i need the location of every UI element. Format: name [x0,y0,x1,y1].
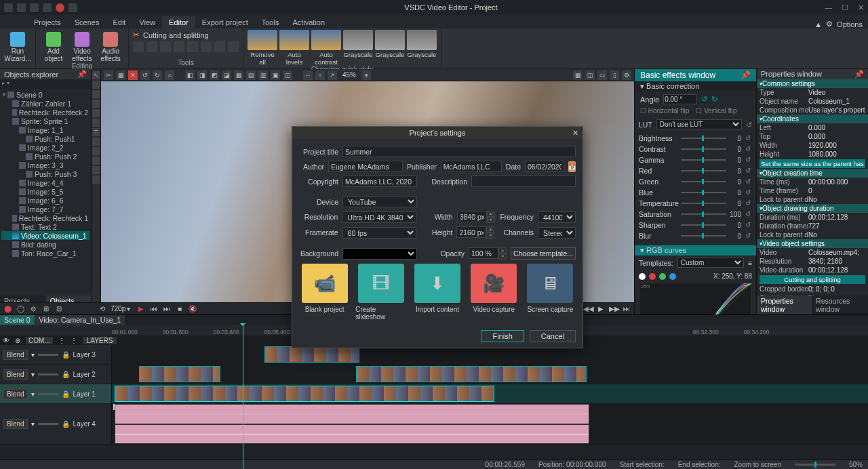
tree-item[interactable]: Image: 1_1 [1,125,90,134]
tool-icon[interactable]: ▾ [361,70,371,80]
options-label[interactable]: Options [837,20,863,28]
choose-template-button[interactable]: Choose template... [511,247,576,260]
frequency-select[interactable]: 44100 Hz [538,211,576,223]
curve-channel-blue[interactable] [669,273,676,280]
tab-properties[interactable]: Properties window [757,295,812,314]
pin-icon[interactable]: 📌 [77,70,87,79]
menu-tab-projects[interactable]: Projects [27,16,68,28]
rgb-curves-header[interactable]: ▾ RGB curves [635,245,756,256]
copyright-input[interactable] [342,176,417,187]
tool-icon[interactable] [187,41,198,52]
track-icon[interactable]: ⋮ [71,337,77,344]
template-create-slideshow[interactable]: 🎞Create slideshow [355,264,406,321]
tree-item[interactable]: Image: 2_2 [1,143,90,152]
channels-select[interactable]: Stereo [538,227,576,239]
menu-tab-editor[interactable]: Editor [162,16,195,28]
quickstyle-grayscale[interactable]: Grayscale [343,30,373,66]
run-wizard-button[interactable]: Run Wizard... [4,30,31,62]
tool-icon[interactable]: ◫ [585,70,595,80]
tool-icon[interactable] [146,41,157,52]
menu-tab-activation[interactable]: Activation [285,16,332,28]
fx-slider-saturation[interactable]: Saturation100↺ [639,210,752,218]
fx-slider-sharpen[interactable]: Sharpen0↺ [639,221,752,229]
menu-tab-tools[interactable]: Tools [255,16,286,28]
fx-slider-blur[interactable]: Blur0↺ [639,232,752,240]
fx-slider-gamma[interactable]: Gamma0↺ [639,156,752,164]
tool-icon[interactable]: ↗ [328,70,337,80]
tool-icon[interactable] [133,41,144,52]
prop-section-header[interactable]: Video object settings [757,239,868,248]
timeline-clip-tab[interactable]: Video: Camera_In_Use_1 [35,315,125,325]
tool-icon[interactable]: ▥ [258,70,268,80]
rotate-ccw-icon[interactable]: ↺ [701,95,707,104]
fx-slider-contrast[interactable]: Contrast0↺ [639,145,752,153]
template-import-content[interactable]: ⬇Import content [412,264,462,321]
templates-select[interactable]: Custom [677,258,744,268]
minimize-icon[interactable]: — [825,3,832,12]
rec-icon[interactable]: ⬤ [3,304,12,314]
icon[interactable]: ⊟ [54,304,64,314]
tool-icon[interactable]: ⎌ [165,70,174,80]
tree-item[interactable]: Zähler: Zahler 1 [1,99,90,108]
angle-input[interactable] [663,94,697,104]
pin-icon[interactable]: 📌 [741,70,751,80]
play-icon[interactable]: ▶ [596,304,606,314]
preview-resolution[interactable]: 720p [111,304,120,314]
frame-fwd-icon[interactable]: ⏭ [162,304,172,314]
tool-icon[interactable]: ▭ [597,70,607,80]
qat-open-icon[interactable] [30,3,39,12]
expand-icon[interactable]: ▸ [2,80,5,88]
tool-icon[interactable]: ▦ [116,70,125,80]
tree-item[interactable]: Push: Push 2 [1,152,90,161]
tree-item[interactable]: Push: Push 3 [1,169,90,178]
quickstyle-auto-contrast[interactable]: Auto contrast [311,30,341,66]
tool-icon[interactable]: ▦ [573,70,583,80]
tool-icon[interactable] [92,100,100,108]
width-input[interactable] [457,211,487,222]
tool-icon[interactable] [92,81,100,89]
icon[interactable]: ◯ [16,304,25,314]
tree-item[interactable]: Push: Push1 [1,134,90,143]
prev-icon[interactable]: ◀◀ [583,304,593,314]
prop-row[interactable]: Duration (frames)727 [757,222,868,230]
tree-item[interactable]: Image: 3_3 [1,161,90,169]
tree-item[interactable]: Rechteck: Rechteck 2 [1,108,90,117]
prop-row[interactable]: Height1080.000 [757,150,868,159]
prop-row[interactable]: Left0.000 [757,123,868,132]
zoom-value[interactable]: 45% [340,70,359,80]
loop-icon[interactable]: ⟲ [98,304,107,314]
lut-select[interactable]: Don't use LUT [656,119,742,129]
audio-effects-button[interactable]: Audio effects [97,30,124,62]
resolution-select[interactable]: Ultra HD 4K 3840x2160 pixels (16:9) [342,211,416,223]
audio-clip[interactable] [115,424,589,445]
device-select[interactable]: YouTube [342,196,417,207]
text-tool-icon[interactable]: T [92,128,100,136]
fx-slider-blue[interactable]: Blue0↺ [639,188,752,197]
tool-icon[interactable]: ↺ [140,70,150,80]
close-icon[interactable]: ✕ [858,3,864,12]
tool-icon[interactable]: ↻ [153,70,162,80]
track-header-selected[interactable]: Blend▾🔒Layer 1 [0,384,112,403]
prop-row[interactable]: Lock to parent duNo [757,195,868,204]
quickstyle-grayscale[interactable]: Grayscale [375,30,405,66]
tab-resources[interactable]: Resources window [812,295,868,314]
track-header[interactable]: Blend▾🔒Layer 3 [0,345,112,364]
tree-item[interactable]: Image: 6_6 [1,196,90,205]
track-toggle-icon[interactable]: 👁 [3,337,9,344]
tool-icon[interactable]: ◧ [185,70,195,80]
menu-tab-view[interactable]: View [132,16,162,28]
collapse-icon[interactable]: ▾ [7,80,9,88]
tool-icon[interactable] [92,109,100,117]
tool-icon[interactable] [92,176,100,184]
help-icon[interactable]: ▲ [814,20,822,28]
tool-icon[interactable]: ↕ [315,70,325,80]
pin-icon[interactable]: 📌 [854,70,864,79]
prop-row[interactable]: Lock to parent duNo [757,230,868,239]
menu-tab-scenes[interactable]: Scenes [68,16,106,28]
prop-row[interactable]: Video duration00:00:12.128 [757,266,868,274]
date-input[interactable] [525,161,564,172]
reset-icon[interactable]: ↺ [746,121,752,129]
qat-undo-icon[interactable] [56,3,64,12]
template-blank-project[interactable]: 📹Blank project [299,264,350,321]
playhead[interactable] [243,325,243,469]
